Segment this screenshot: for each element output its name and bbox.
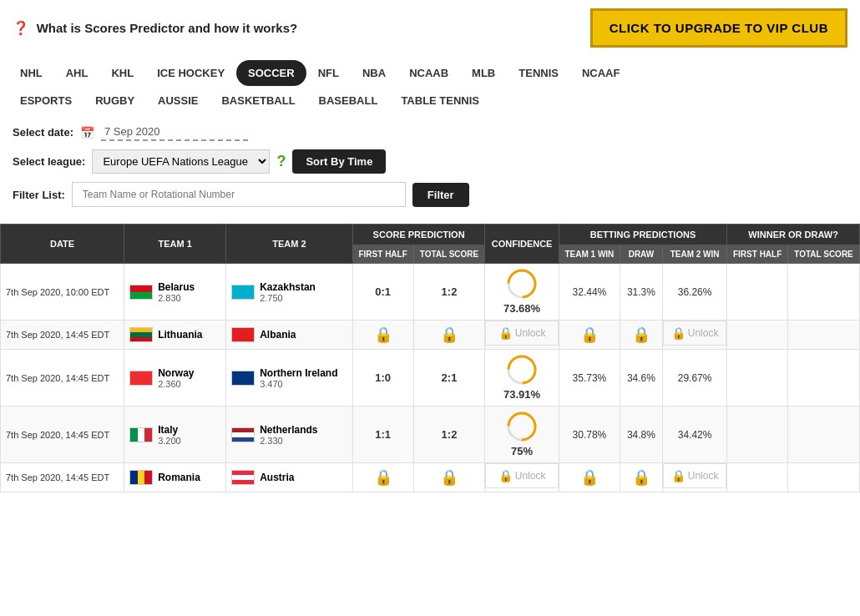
cell-wd-first-half [727, 406, 788, 463]
cell-team2: Kazakhstan2.750 [226, 264, 353, 321]
league-select[interactable]: Europe UEFA Nations League [92, 149, 270, 174]
col-date: DATE [1, 225, 124, 264]
nav-tab-ncaab[interactable]: NCAAB [397, 60, 460, 86]
cell-wd-first-half [727, 350, 788, 406]
cell-first-half: 0:1 [352, 264, 413, 321]
nav-tab-nfl[interactable]: NFL [306, 60, 351, 86]
nav-row1: NHLAHLKHLICE HOCKEYSOCCERNFLNBANCAABMLBT… [0, 56, 860, 86]
flag-kazakhstan [231, 285, 255, 300]
league-help-icon[interactable]: ? [276, 153, 286, 170]
team1-odds: 2.360 [158, 379, 194, 389]
cell-team2win-unlock[interactable]: 🔒Unlock [663, 321, 726, 346]
table-row: 7th Sep 2020, 14:45 EDTRomaniaAustria🔒🔒🔒… [1, 463, 860, 492]
cell-team1: Romania [124, 463, 226, 492]
help-text-container: ❓ What is Scores Predictor and how it wo… [13, 20, 297, 36]
vip-upgrade-button[interactable]: CLICK TO UPGRADE TO VIP CLUB [590, 8, 847, 48]
cell-team1: Norway2.360 [124, 350, 226, 406]
lock-icon: 🔒 [498, 326, 513, 340]
cell-date: 7th Sep 2020, 14:45 EDT [1, 463, 124, 492]
cell-date: 7th Sep 2020, 10:00 EDT [1, 264, 124, 321]
col-betting-predictions: BETTING PREDICTIONS [559, 225, 727, 245]
cell-total-score-locked: 🔒 [413, 463, 485, 492]
nav-tab-basketball[interactable]: BASKETBALL [210, 88, 306, 114]
team1-name: Norway [158, 367, 194, 379]
confidence-pct: 75% [511, 445, 533, 457]
cell-team1-win: 30.78% [559, 406, 620, 463]
cell-total-score: 1:2 [413, 264, 485, 321]
predictions-table: DATE TEAM 1 TEAM 2 SCORE PREDICTION CONF… [0, 224, 860, 492]
cell-wd-total-score [788, 264, 860, 321]
nav-tab-baseball[interactable]: BASEBALL [307, 88, 390, 114]
help-icon: ❓ [13, 21, 29, 35]
team2-name: Netherlands [260, 424, 317, 436]
nav-tab-ncaaf[interactable]: NCAAF [570, 60, 632, 86]
nav-tab-khl[interactable]: KHL [99, 60, 145, 86]
cell-first-half-locked: 🔒 [352, 463, 413, 492]
date-input[interactable] [101, 124, 248, 141]
filter-button[interactable]: Filter [412, 183, 469, 207]
team2-name: Albania [260, 329, 296, 341]
cell-team2win-unlock[interactable]: 🔒Unlock [663, 463, 726, 488]
confidence-pct: 73.91% [503, 388, 540, 401]
team2-name: Northern Ireland [260, 367, 337, 379]
nav-tab-nhl[interactable]: NHL [8, 60, 54, 86]
cell-confidence-unlock[interactable]: 🔒Unlock [485, 321, 558, 346]
cell-team2-win: 36.26% [662, 264, 726, 321]
nav-tab-tennis[interactable]: TENNIS [507, 60, 570, 86]
nav-tab-ice-hockey[interactable]: ICE HOCKEY [145, 60, 236, 86]
flag-northern-ireland [231, 371, 255, 386]
filter-control-row: Filter List: Filter [13, 182, 847, 207]
cell-team1-win: 32.44% [559, 264, 620, 321]
team1-name: Lithuania [158, 329, 202, 341]
nav-tab-aussie[interactable]: AUSSIE [146, 88, 210, 114]
filter-input[interactable] [72, 182, 406, 207]
sort-by-time-button[interactable]: Sort By Time [292, 149, 386, 174]
flag-norway [129, 371, 153, 386]
nav-tab-ahl[interactable]: AHL [54, 60, 100, 86]
col-team2: TEAM 2 [226, 225, 353, 264]
cell-draw-locked: 🔒 [620, 463, 663, 492]
cell-date: 7th Sep 2020, 14:45 EDT [1, 406, 124, 463]
cell-confidence-unlock[interactable]: 🔒Unlock [485, 463, 558, 488]
col-team1-win: TEAM 1 WIN [559, 245, 620, 264]
cell-first-half-locked: 🔒 [352, 321, 413, 350]
nav-tab-mlb[interactable]: MLB [460, 60, 507, 86]
cell-total-score-locked: 🔒 [413, 321, 485, 350]
cell-team2: Netherlands2.330 [226, 406, 353, 463]
cell-draw: 34.6% [620, 350, 663, 406]
calendar-icon: 📅 [80, 126, 94, 139]
cell-team2: Northern Ireland3.470 [226, 350, 353, 406]
nav-tab-esports[interactable]: ESPORTS [8, 88, 83, 114]
cell-team2: Austria [226, 463, 353, 492]
nav-tab-rugby[interactable]: RUGBY [83, 88, 146, 114]
table-row: 7th Sep 2020, 10:00 EDTBelarus2.830Kazak… [1, 264, 860, 321]
confidence-pct: 73.68% [503, 302, 540, 315]
unlock-label[interactable]: Unlock [688, 327, 719, 339]
cell-wd-first-half [727, 463, 788, 492]
cell-date: 7th Sep 2020, 14:45 EDT [1, 321, 124, 350]
league-label: Select league: [13, 155, 85, 168]
cell-team1: Lithuania [124, 321, 226, 350]
cell-wd-total-score [788, 350, 860, 406]
nav-tab-table-tennis[interactable]: TABLE TENNIS [389, 88, 491, 114]
cell-wd-first-half [727, 264, 788, 321]
team2-odds: 2.750 [260, 293, 316, 303]
cell-draw: 31.3% [620, 264, 663, 321]
team2-name: Austria [260, 472, 294, 483]
cell-wd-total-score [788, 321, 860, 350]
team2-odds: 3.470 [260, 379, 337, 389]
lock-icon: 🔒 [671, 469, 685, 482]
unlock-label[interactable]: Unlock [688, 470, 719, 482]
cell-confidence: 73.68% [485, 264, 559, 321]
unlock-label[interactable]: Unlock [515, 470, 546, 482]
table-row: 7th Sep 2020, 14:45 EDTItaly3.200Netherl… [1, 406, 860, 463]
cell-team1win-locked: 🔒 [559, 463, 620, 492]
unlock-label[interactable]: Unlock [515, 327, 546, 339]
cell-wd-total-score [788, 406, 860, 463]
col-total-score: TOTAL SCORE [413, 245, 485, 264]
flag-belarus [129, 285, 153, 300]
nav-tab-nba[interactable]: NBA [351, 60, 397, 86]
col-score-prediction: SCORE PREDICTION [352, 225, 485, 245]
nav-tab-soccer[interactable]: SOCCER [236, 60, 306, 86]
team2-odds: 2.330 [260, 436, 317, 446]
